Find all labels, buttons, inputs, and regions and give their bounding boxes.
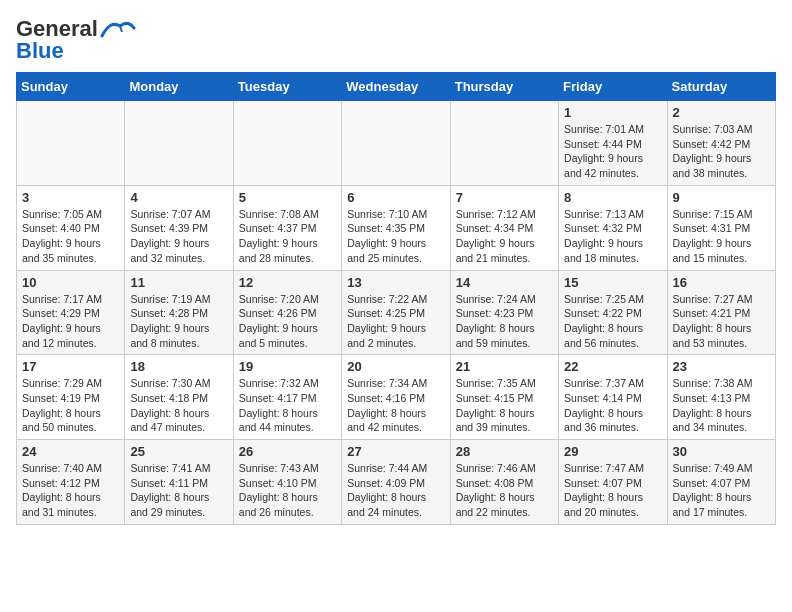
week-row-1: 1Sunrise: 7:01 AMSunset: 4:44 PMDaylight… (17, 101, 776, 186)
day-info: Sunrise: 7:34 AMSunset: 4:16 PMDaylight:… (347, 376, 444, 435)
calendar-cell: 11Sunrise: 7:19 AMSunset: 4:28 PMDayligh… (125, 270, 233, 355)
day-number: 14 (456, 275, 553, 290)
calendar-cell: 22Sunrise: 7:37 AMSunset: 4:14 PMDayligh… (559, 355, 667, 440)
weekday-header-friday: Friday (559, 73, 667, 101)
day-info: Sunrise: 7:05 AMSunset: 4:40 PMDaylight:… (22, 207, 119, 266)
day-info: Sunrise: 7:25 AMSunset: 4:22 PMDaylight:… (564, 292, 661, 351)
logo: General Blue (16, 16, 136, 64)
day-number: 6 (347, 190, 444, 205)
day-info: Sunrise: 7:08 AMSunset: 4:37 PMDaylight:… (239, 207, 336, 266)
calendar-cell: 21Sunrise: 7:35 AMSunset: 4:15 PMDayligh… (450, 355, 558, 440)
day-number: 27 (347, 444, 444, 459)
day-info: Sunrise: 7:47 AMSunset: 4:07 PMDaylight:… (564, 461, 661, 520)
day-number: 8 (564, 190, 661, 205)
day-number: 13 (347, 275, 444, 290)
day-number: 15 (564, 275, 661, 290)
day-number: 29 (564, 444, 661, 459)
day-number: 30 (673, 444, 770, 459)
logo-blue: Blue (16, 38, 64, 64)
day-info: Sunrise: 7:30 AMSunset: 4:18 PMDaylight:… (130, 376, 227, 435)
day-number: 24 (22, 444, 119, 459)
day-number: 4 (130, 190, 227, 205)
day-number: 1 (564, 105, 661, 120)
calendar-cell: 2Sunrise: 7:03 AMSunset: 4:42 PMDaylight… (667, 101, 775, 186)
calendar-cell: 4Sunrise: 7:07 AMSunset: 4:39 PMDaylight… (125, 185, 233, 270)
calendar-cell: 19Sunrise: 7:32 AMSunset: 4:17 PMDayligh… (233, 355, 341, 440)
day-info: Sunrise: 7:19 AMSunset: 4:28 PMDaylight:… (130, 292, 227, 351)
day-number: 25 (130, 444, 227, 459)
day-info: Sunrise: 7:38 AMSunset: 4:13 PMDaylight:… (673, 376, 770, 435)
calendar-cell (17, 101, 125, 186)
calendar-cell: 10Sunrise: 7:17 AMSunset: 4:29 PMDayligh… (17, 270, 125, 355)
calendar-cell: 8Sunrise: 7:13 AMSunset: 4:32 PMDaylight… (559, 185, 667, 270)
weekday-header-wednesday: Wednesday (342, 73, 450, 101)
weekday-header-sunday: Sunday (17, 73, 125, 101)
day-number: 22 (564, 359, 661, 374)
day-info: Sunrise: 7:32 AMSunset: 4:17 PMDaylight:… (239, 376, 336, 435)
day-info: Sunrise: 7:10 AMSunset: 4:35 PMDaylight:… (347, 207, 444, 266)
calendar-cell (233, 101, 341, 186)
calendar-cell: 27Sunrise: 7:44 AMSunset: 4:09 PMDayligh… (342, 440, 450, 525)
day-info: Sunrise: 7:17 AMSunset: 4:29 PMDaylight:… (22, 292, 119, 351)
day-number: 19 (239, 359, 336, 374)
day-info: Sunrise: 7:37 AMSunset: 4:14 PMDaylight:… (564, 376, 661, 435)
calendar-cell (342, 101, 450, 186)
calendar-cell: 25Sunrise: 7:41 AMSunset: 4:11 PMDayligh… (125, 440, 233, 525)
day-number: 12 (239, 275, 336, 290)
calendar-cell: 28Sunrise: 7:46 AMSunset: 4:08 PMDayligh… (450, 440, 558, 525)
calendar-cell: 24Sunrise: 7:40 AMSunset: 4:12 PMDayligh… (17, 440, 125, 525)
day-number: 11 (130, 275, 227, 290)
calendar-cell: 17Sunrise: 7:29 AMSunset: 4:19 PMDayligh… (17, 355, 125, 440)
day-info: Sunrise: 7:20 AMSunset: 4:26 PMDaylight:… (239, 292, 336, 351)
calendar-cell (450, 101, 558, 186)
page-header: General Blue (16, 16, 776, 64)
calendar-cell: 7Sunrise: 7:12 AMSunset: 4:34 PMDaylight… (450, 185, 558, 270)
day-info: Sunrise: 7:12 AMSunset: 4:34 PMDaylight:… (456, 207, 553, 266)
day-number: 20 (347, 359, 444, 374)
calendar-cell: 14Sunrise: 7:24 AMSunset: 4:23 PMDayligh… (450, 270, 558, 355)
calendar-cell: 6Sunrise: 7:10 AMSunset: 4:35 PMDaylight… (342, 185, 450, 270)
weekday-header-thursday: Thursday (450, 73, 558, 101)
calendar-cell: 5Sunrise: 7:08 AMSunset: 4:37 PMDaylight… (233, 185, 341, 270)
day-info: Sunrise: 7:13 AMSunset: 4:32 PMDaylight:… (564, 207, 661, 266)
day-info: Sunrise: 7:27 AMSunset: 4:21 PMDaylight:… (673, 292, 770, 351)
day-number: 3 (22, 190, 119, 205)
day-number: 18 (130, 359, 227, 374)
week-row-3: 10Sunrise: 7:17 AMSunset: 4:29 PMDayligh… (17, 270, 776, 355)
day-info: Sunrise: 7:40 AMSunset: 4:12 PMDaylight:… (22, 461, 119, 520)
calendar-cell: 18Sunrise: 7:30 AMSunset: 4:18 PMDayligh… (125, 355, 233, 440)
weekday-header-row: SundayMondayTuesdayWednesdayThursdayFrid… (17, 73, 776, 101)
calendar-table: SundayMondayTuesdayWednesdayThursdayFrid… (16, 72, 776, 525)
day-number: 26 (239, 444, 336, 459)
day-info: Sunrise: 7:22 AMSunset: 4:25 PMDaylight:… (347, 292, 444, 351)
day-number: 10 (22, 275, 119, 290)
day-number: 28 (456, 444, 553, 459)
week-row-2: 3Sunrise: 7:05 AMSunset: 4:40 PMDaylight… (17, 185, 776, 270)
day-number: 17 (22, 359, 119, 374)
calendar-cell: 1Sunrise: 7:01 AMSunset: 4:44 PMDaylight… (559, 101, 667, 186)
day-info: Sunrise: 7:07 AMSunset: 4:39 PMDaylight:… (130, 207, 227, 266)
calendar-cell: 30Sunrise: 7:49 AMSunset: 4:07 PMDayligh… (667, 440, 775, 525)
day-info: Sunrise: 7:01 AMSunset: 4:44 PMDaylight:… (564, 122, 661, 181)
day-number: 9 (673, 190, 770, 205)
calendar-cell: 16Sunrise: 7:27 AMSunset: 4:21 PMDayligh… (667, 270, 775, 355)
day-info: Sunrise: 7:49 AMSunset: 4:07 PMDaylight:… (673, 461, 770, 520)
day-number: 2 (673, 105, 770, 120)
weekday-header-tuesday: Tuesday (233, 73, 341, 101)
day-info: Sunrise: 7:43 AMSunset: 4:10 PMDaylight:… (239, 461, 336, 520)
week-row-4: 17Sunrise: 7:29 AMSunset: 4:19 PMDayligh… (17, 355, 776, 440)
calendar-cell (125, 101, 233, 186)
weekday-header-monday: Monday (125, 73, 233, 101)
day-info: Sunrise: 7:03 AMSunset: 4:42 PMDaylight:… (673, 122, 770, 181)
day-info: Sunrise: 7:29 AMSunset: 4:19 PMDaylight:… (22, 376, 119, 435)
calendar-cell: 13Sunrise: 7:22 AMSunset: 4:25 PMDayligh… (342, 270, 450, 355)
day-info: Sunrise: 7:41 AMSunset: 4:11 PMDaylight:… (130, 461, 227, 520)
day-info: Sunrise: 7:24 AMSunset: 4:23 PMDaylight:… (456, 292, 553, 351)
day-info: Sunrise: 7:35 AMSunset: 4:15 PMDaylight:… (456, 376, 553, 435)
logo-bird-icon (100, 18, 136, 40)
day-number: 21 (456, 359, 553, 374)
day-info: Sunrise: 7:46 AMSunset: 4:08 PMDaylight:… (456, 461, 553, 520)
week-row-5: 24Sunrise: 7:40 AMSunset: 4:12 PMDayligh… (17, 440, 776, 525)
day-number: 16 (673, 275, 770, 290)
calendar-cell: 3Sunrise: 7:05 AMSunset: 4:40 PMDaylight… (17, 185, 125, 270)
